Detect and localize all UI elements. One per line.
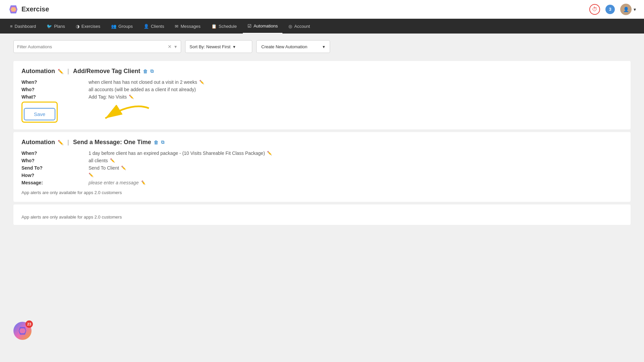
automation-2-copy-icon[interactable]: ⧉ [161,139,164,145]
sort-label: Sort By: Newest First [190,44,230,49]
main-nav: ≡ Dashboard 🐦 Plans ◑ Exercises 👥 Groups… [0,19,644,34]
create-automation-button[interactable]: Create New Automation ▾ [256,40,330,53]
automation-card-1: Automation ✏️ | Add/Remove Tag Client 🗑 … [13,61,631,129]
top-right-controls: ⏱ 3 👤 ▾ [589,4,636,15]
app-name: Exercise [21,5,49,13]
bottom-alert-card: App alerts are only available for apps 2… [13,204,631,225]
automation-1-what-label: What? [21,94,89,100]
automation-1-when-edit-icon[interactable]: ✏️ [199,80,204,84]
notification-badge[interactable]: 3 [605,5,615,14]
automation-card-2-inner: Automation ✏️ | Send a Message: One Time… [13,132,631,202]
automation-1-what-edit-icon[interactable]: ✏️ [129,95,134,99]
automation-2-title-text: Automation [21,139,55,146]
automation-card-1-inner: Automation ✏️ | Add/Remove Tag Client 🗑 … [13,61,631,129]
automation-2-who-value: all clients ✏️ [89,158,115,163]
account-icon: ◎ [288,24,292,29]
automation-2-sendto-edit-icon[interactable]: ✏️ [121,166,126,170]
automation-2-delete-icon[interactable]: 🗑 [154,140,158,145]
automation-1-what-text: Add Tag: No Visits [89,94,127,100]
nav-label-account: Account [294,24,310,29]
top-bar: Exercise ⏱ 3 👤 ▾ [0,0,644,19]
automation-2-when-value: 1 day before client has an expired packa… [89,150,272,156]
create-chevron-icon: ▾ [323,44,325,49]
automation-2-message-text: please enter a message [89,180,139,185]
filter-input[interactable] [17,44,167,49]
automation-1-what-row: What? Add Tag: No Visits ✏️ [21,94,623,100]
nav-label-groups: Groups [118,24,133,29]
chevron-down-icon: ▾ [634,7,636,12]
messages-icon: ✉ [175,24,178,29]
bottom-app-alert: App alerts are only available for apps 2… [21,215,623,220]
save-button-highlight: Save [21,102,58,123]
automation-1-when-text: when client has has not closed out a vis… [89,79,197,85]
automation-2-when-edit-icon[interactable]: ✏️ [267,151,272,156]
automation-2-how-row: How? ✏️ [21,173,623,178]
automation-2-who-row: Who? all clients ✏️ [21,158,623,163]
nav-label-messages: Messages [180,24,200,29]
automation-2-sendto-text: Send To Client [89,165,119,171]
automations-icon: ☑ [248,23,252,28]
automation-2-separator: | [67,139,69,146]
automation-2-who-label: Who? [21,158,89,163]
automation-2-sendto-value: Send To Client ✏️ [89,165,126,171]
automation-2-who-text: all clients [89,158,108,163]
sidebar-item-automations[interactable]: ☑ Automations [243,19,282,34]
filter-row: ✕ ▾ Sort By: Newest First ▾ Create New A… [13,40,631,53]
sort-select[interactable]: Sort By: Newest First ▾ [185,40,252,53]
automation-2-message-edit-icon[interactable]: ✏️ [141,180,146,185]
nav-label-schedule: Schedule [219,24,237,29]
dashboard-icon: ≡ [10,24,13,29]
automation-1-when-value: when client has has not closed out a vis… [89,79,204,85]
automation-2-how-edit-icon[interactable]: ✏️ [89,173,94,177]
clients-icon: 👤 [144,24,149,29]
automation-1-edit-icon[interactable]: ✏️ [58,69,63,74]
nav-label-clients: Clients [151,24,164,29]
user-menu[interactable]: 👤 ▾ [620,4,636,15]
arrow-annotation [78,105,152,132]
filter-input-wrap: ✕ ▾ [13,40,181,53]
automation-1-what-value: Add Tag: No Visits ✏️ [89,94,134,100]
create-automation-label: Create New Automation [261,44,307,49]
automation-1-when-label: When? [21,79,89,85]
nav-label-automations: Automations [254,23,278,28]
automation-1-who-text: all accounts (will be added as a client … [89,87,196,92]
sidebar-item-dashboard[interactable]: ≡ Dashboard [5,19,41,34]
sidebar-item-messages[interactable]: ✉ Messages [170,19,205,34]
automation-2-app-alert: App alerts are only available for apps 2… [21,190,623,195]
automation-1-who-label: Who? [21,87,89,92]
plans-icon: 🐦 [47,24,52,29]
automation-2-name: Send a Message: One Time [73,139,151,146]
automation-2-when-text: 1 day before client has an expired packa… [89,150,265,156]
filter-clear-icon[interactable]: ✕ [167,44,172,49]
automation-2-edit-icon[interactable]: ✏️ [58,140,63,145]
automation-card-2: Automation ✏️ | Send a Message: One Time… [13,132,631,202]
automation-1-copy-icon[interactable]: ⧉ [150,68,154,74]
groups-icon: 👥 [111,24,116,29]
automation-2-sendto-label: Send To? [21,165,89,171]
automation-2-message-row: Message: please enter a message ✏️ [21,180,623,185]
clock-icon[interactable]: ⏱ [589,4,600,15]
sidebar-item-plans[interactable]: 🐦 Plans [42,19,70,34]
automation-1-when-row: When? when client has has not closed out… [21,79,623,85]
sidebar-item-account[interactable]: ◎ Account [284,19,315,34]
automation-2-sendto-row: Send To? Send To Client ✏️ [21,165,623,171]
automation-1-delete-icon[interactable]: 🗑 [143,69,148,74]
save-btn-area: Save [21,102,58,123]
automation-2-message-label: Message: [21,180,89,185]
automation-2-when-label: When? [21,150,89,156]
sidebar-item-clients[interactable]: 👤 Clients [139,19,169,34]
sidebar-item-schedule[interactable]: 📋 Schedule [207,19,241,34]
filter-dropdown-icon[interactable]: ▾ [174,44,177,49]
sidebar-item-exercises[interactable]: ◑ Exercises [71,19,105,34]
automation-1-title: Automation ✏️ | Add/Remove Tag Client 🗑 … [21,68,623,75]
save-button[interactable]: Save [24,108,55,120]
automation-1-separator: | [67,68,69,75]
nav-label-plans: Plans [54,24,65,29]
sort-chevron-icon: ▾ [233,44,235,49]
sidebar-item-groups[interactable]: 👥 Groups [106,19,138,34]
automation-1-name: Add/Remove Tag Client [73,68,141,75]
nav-label-exercises: Exercises [82,24,100,29]
filter-controls: ✕ ▾ [167,44,177,49]
automation-2-who-edit-icon[interactable]: ✏️ [110,158,115,163]
automation-1-title-text: Automation [21,68,55,75]
